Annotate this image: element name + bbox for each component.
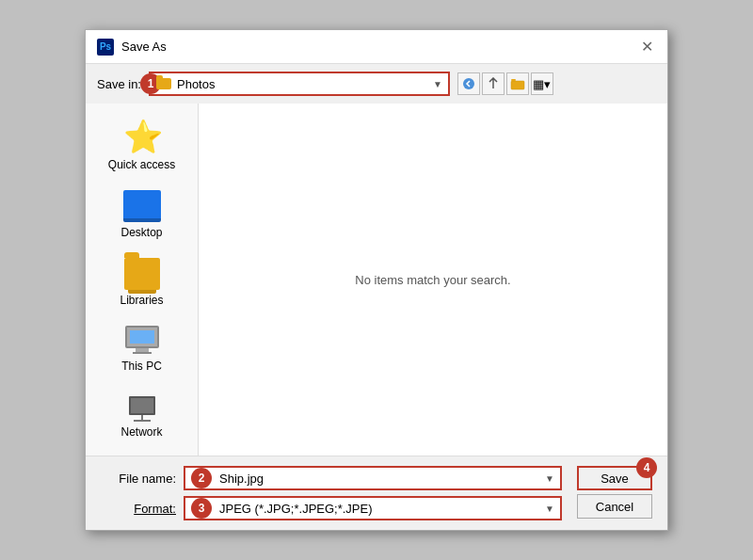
toolbar-buttons: ▦▾ xyxy=(457,72,553,95)
save-in-label: Save in: xyxy=(97,77,141,91)
view-menu-button[interactable]: ▦▾ xyxy=(531,72,553,95)
title-bar: Ps Save As ✕ xyxy=(86,30,667,64)
folder-name: Photos xyxy=(177,77,215,91)
save-as-dialog: Ps Save As ✕ Save in: 1 Photos ▼ xyxy=(85,29,668,531)
svg-point-0 xyxy=(463,78,474,89)
monitor-base xyxy=(133,352,152,354)
star-icon: ⭐ xyxy=(123,119,163,154)
save-in-inner: Photos xyxy=(156,77,433,91)
libraries-icon xyxy=(124,258,160,290)
svg-rect-1 xyxy=(511,81,524,89)
back-button[interactable] xyxy=(457,72,480,95)
badge-2: 2 xyxy=(191,468,212,488)
sidebar: ⭐ Quick access Desktop Libraries xyxy=(86,104,199,456)
bottom-section: File name: 2 Ship.jpg ▼ Format: 3 J xyxy=(86,456,667,530)
empty-message: No items match your search. xyxy=(355,273,510,287)
format-arrow: ▼ xyxy=(545,504,554,514)
save-in-dropdown[interactable]: 1 Photos ▼ xyxy=(149,72,450,96)
file-name-input[interactable]: 2 Ship.jpg ▼ xyxy=(184,466,562,490)
file-area: No items match your search. xyxy=(199,104,667,456)
sidebar-item-desktop[interactable]: Desktop xyxy=(86,183,198,247)
badge-4: 4 xyxy=(636,457,657,478)
format-value: JPEG (*.JPG;*.JPEG;*.JPE) xyxy=(219,502,545,516)
sidebar-item-libraries[interactable]: Libraries xyxy=(86,250,198,314)
up-button[interactable] xyxy=(482,72,505,95)
monitor-body xyxy=(125,326,159,348)
folder-icon xyxy=(156,78,171,89)
sidebar-item-this-pc[interactable]: This PC xyxy=(86,318,198,380)
main-content: ⭐ Quick access Desktop Libraries xyxy=(86,104,667,456)
network-base xyxy=(134,420,151,422)
format-dropdown[interactable]: 3 JPEG (*.JPG;*.JPEG;*.JPE) ▼ xyxy=(184,496,562,520)
quick-access-icon: ⭐ xyxy=(123,120,161,154)
sidebar-label-quick-access: Quick access xyxy=(108,158,175,171)
title-bar-left: Ps Save As xyxy=(97,39,167,56)
sidebar-item-quick-access[interactable]: ⭐ Quick access xyxy=(86,113,198,179)
svg-rect-2 xyxy=(511,79,516,81)
new-folder-button[interactable] xyxy=(506,72,529,95)
format-row: Format: 3 JPEG (*.JPG;*.JPEG;*.JPE) ▼ xyxy=(101,496,562,520)
sidebar-label-this-pc: This PC xyxy=(121,360,162,373)
dialog-title: Save As xyxy=(121,40,167,54)
chevron-down-icon: ▼ xyxy=(433,79,442,89)
file-name-arrow: ▼ xyxy=(545,473,554,484)
rows-group: File name: 2 Ship.jpg ▼ Format: 3 J xyxy=(101,466,562,520)
file-name-label: File name: xyxy=(101,472,176,486)
sidebar-label-desktop: Desktop xyxy=(120,226,162,239)
close-button[interactable]: ✕ xyxy=(637,38,656,56)
file-name-value: Ship.jpg xyxy=(219,472,545,486)
cancel-button[interactable]: Cancel xyxy=(577,494,652,519)
desktop-icon xyxy=(123,190,161,222)
bottom-inner: File name: 2 Ship.jpg ▼ Format: 3 J xyxy=(101,466,652,520)
format-label: Format: xyxy=(101,502,176,516)
monitor-screen xyxy=(130,330,154,344)
sidebar-label-network: Network xyxy=(120,425,162,439)
toolbar-row: Save in: 1 Photos ▼ xyxy=(86,64,667,104)
file-name-row: File name: 2 Ship.jpg ▼ xyxy=(101,466,562,490)
save-button[interactable]: 4 Save xyxy=(577,466,652,490)
photoshop-icon: Ps xyxy=(97,39,114,56)
badge-3: 3 xyxy=(191,498,212,519)
network-monitor-shape xyxy=(129,396,155,415)
this-pc-icon xyxy=(123,326,161,356)
action-buttons: 4 Save Cancel xyxy=(577,466,652,520)
sidebar-item-network[interactable]: Network xyxy=(86,384,198,446)
sidebar-label-libraries: Libraries xyxy=(120,294,163,307)
network-icon xyxy=(123,392,161,422)
